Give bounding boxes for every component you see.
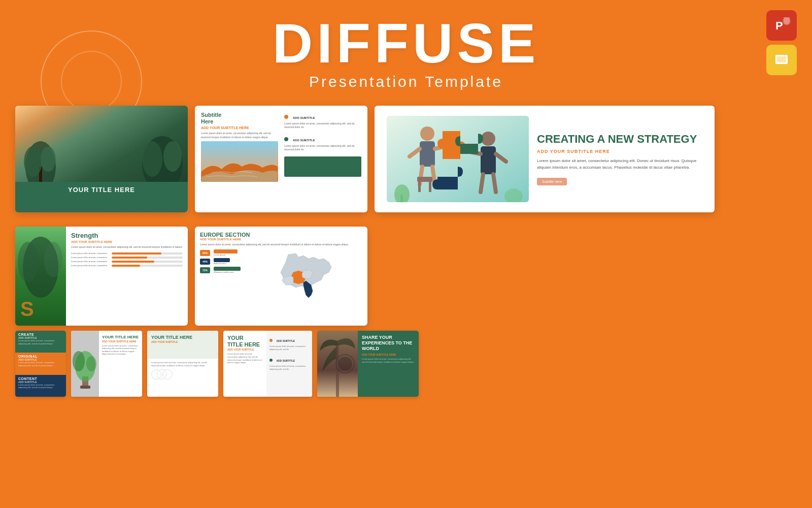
svg-point-11 xyxy=(142,141,162,177)
slide-plant-subtitle: ADD YOUR SUBTITLE HERE xyxy=(102,340,139,343)
stat-bar-1 xyxy=(214,249,238,253)
slide-share-body: Lorem ipsum dolor sit amet, consectetur … xyxy=(362,358,415,364)
slide-2-body-1: Lorem ipsum dolor sit amet, consectetur … xyxy=(284,122,361,129)
dot-orange-1 xyxy=(284,115,288,119)
slide-3[interactable]: CREATING A NEW STRATEGY ADD YOUR SUBTITL… xyxy=(375,106,715,212)
bar-item-4: Lorem ipsum dolor sit amet, consectetur xyxy=(71,264,183,267)
page-subtitle: Presentation Template xyxy=(0,73,812,90)
slide-3-button[interactable]: Subtitle here xyxy=(537,178,567,185)
slide-3-title: CREATING A NEW STRATEGY xyxy=(537,133,702,146)
slide-3-text-content: CREATING A NEW STRATEGY ADD YOUR SUBTITL… xyxy=(537,133,702,186)
slide-4-add-subtitle: ADD YOUR SUBTITLE HERE xyxy=(71,240,183,243)
slide-3-body: Lorem ipsum dolor sit amet, consectetur … xyxy=(537,158,702,171)
svg-point-35 xyxy=(18,242,38,282)
page-title: DIFFUSE xyxy=(0,15,812,71)
coc-create-body: Lorem ipsum dolor sit amet, consectetur … xyxy=(18,339,63,345)
slide-4-letter: S xyxy=(20,298,34,321)
slide-coc-original: ORIGINAL ADD SUBTITLE Lorem ipsum dolor … xyxy=(15,353,66,374)
bar-track-4 xyxy=(112,265,183,267)
bar-track-3 xyxy=(112,261,183,263)
svg-point-36 xyxy=(44,242,62,277)
r-body-2: Lorem ipsum dolor sit amet, consectetur … xyxy=(269,365,309,370)
stat-box-2: 44% xyxy=(200,259,210,265)
slide-2-body-2: Lorem ipsum dolor sit amet, consectetur … xyxy=(284,144,361,151)
slide-yourtitle2-title: YOUR TITLE HERE xyxy=(151,335,214,340)
slide-5-title: EUROPE SECTION xyxy=(200,232,362,238)
coc-original-label: ORIGINAL xyxy=(18,355,63,358)
slide-yourtitle2-bottom: Lorem ipsum dolor sit amet, consectetur … xyxy=(147,359,218,382)
slide-3-puzzle-illustration xyxy=(387,116,529,202)
slide-2-right-item-1: ADD SUBTITLE Lorem ipsum dolor sit amet,… xyxy=(284,112,361,129)
bar-track-2 xyxy=(112,257,183,259)
page-header: DIFFUSE Presentation Template xyxy=(0,0,812,101)
slide-5-map-area: 64% Lorem ipsum 44% Android users 72% xyxy=(200,249,362,305)
slide-1[interactable]: YOUR TITLE HERE Lorem ipsum dolor sit am… xyxy=(15,106,188,212)
slide-plant-right: YOUR TITLE HERE ADD YOUR SUBTITLE HERE L… xyxy=(99,331,142,397)
r-title-2: ADD SUBTITLE xyxy=(276,359,295,362)
slide-1-title-bar: YOUR TITLE HERE xyxy=(15,182,188,197)
svg-line-26 xyxy=(493,174,496,192)
svg-point-8 xyxy=(24,146,42,177)
slide-4-title: Strength xyxy=(71,232,183,239)
slide-4-right: Strength ADD YOUR SUBTITLE HERE Lorem ip… xyxy=(66,227,188,326)
slide-2-add-subtitle-1: ADD SUBTITLE xyxy=(293,116,315,119)
slide-addsubtitle-right: ADD SUBTITLE Lorem ipsum dolor sit amet,… xyxy=(266,331,312,397)
slide-5[interactable]: EUROPE SECTION ADD YOUR SUBTITLE HERE Lo… xyxy=(195,227,367,326)
slide-1-body: Lorem ipsum dolor sit amet, consectetur … xyxy=(20,207,184,211)
svg-rect-39 xyxy=(80,386,90,389)
slide-4-image: S xyxy=(15,227,66,326)
slide-2[interactable]: SubtitleHere ADD YOUR SUBTITLE HERE Lore… xyxy=(195,106,367,212)
slide-yourtitle2[interactable]: YOUR TITLE HERE ADD YOUR SUBTITLE Lorem … xyxy=(147,331,218,397)
svg-line-25 xyxy=(481,174,483,192)
slide-addsubtitle-title: YOURTITLE HERE xyxy=(227,335,262,348)
coc-content-body: Lorem ipsum dolor sit amet, consectetur … xyxy=(18,384,63,389)
svg-point-15 xyxy=(420,126,434,141)
slide-share-subtitle: ADD YOUR SUBTITLE HERE xyxy=(362,353,415,356)
slide-5-stats: 64% Lorem ipsum 44% Android users 72% xyxy=(200,249,251,305)
slide-share[interactable]: SHARE YOUR EXPERIENCES TO THE WORLD ADD … xyxy=(317,331,419,397)
coc-create-label: CREATE xyxy=(18,333,63,336)
svg-rect-22 xyxy=(481,146,496,174)
slide-plant-bg xyxy=(71,331,99,397)
bar-item-2: Lorem ipsum dolor sit amet, consectetur xyxy=(71,256,183,259)
slide-3-subtitle: ADD YOUR SUBTITLE HERE xyxy=(537,149,702,154)
deco-circle-3 xyxy=(162,369,173,379)
slide-2-left: SubtitleHere ADD YOUR SUBTITLE HERE Lore… xyxy=(201,112,278,182)
stat-box-1: 64% xyxy=(200,250,210,256)
slide-2-right: ADD SUBTITLE Lorem ipsum dolor sit amet,… xyxy=(284,112,361,177)
bar-label-2: Lorem ipsum dolor sit amet, consectetur xyxy=(71,256,112,259)
slide-5-body: Lorem ipsum dolor sit amet, consectetur … xyxy=(200,243,362,246)
slide-2-subtitle-label: SubtitleHere xyxy=(201,112,278,125)
slide-5-add-subtitle: ADD YOUR SUBTITLE HERE xyxy=(200,238,362,241)
slide-4[interactable]: S Strength ADD YOUR SUBTITLE HERE Lorem … xyxy=(15,227,188,326)
slide-yourtitle2-subtitle: ADD YOUR SUBTITLE xyxy=(151,340,214,343)
r-title-1: ADD SUBTITLE xyxy=(276,339,295,342)
svg-point-41 xyxy=(73,351,85,371)
stat-row-1: 64% Lorem ipsum xyxy=(200,249,251,256)
slide-plant[interactable]: YOUR TITLE HERE ADD YOUR SUBTITLE HERE L… xyxy=(71,331,142,397)
r-dot-1 xyxy=(269,339,273,342)
slide-2-green-box xyxy=(284,156,361,177)
slide-2-desert-image xyxy=(201,141,278,182)
bar-label-1: Lorem ipsum dolor sit amet, consectetur xyxy=(71,252,112,255)
svg-rect-29 xyxy=(400,195,403,202)
r-dot-2 xyxy=(269,359,273,362)
slide-2-right-item-2: ADD SUBTITLE Lorem ipsum dolor sit amet,… xyxy=(284,134,361,151)
slide-2-add-subtitle-2: ADD SUBTITLE xyxy=(293,139,315,142)
slide-coc-create: CREATE ADD SUBTITLE Lorem ipsum dolor si… xyxy=(15,331,66,353)
slides-grid-row2: S Strength ADD YOUR SUBTITLE HERE Lorem … xyxy=(0,227,812,326)
svg-rect-30 xyxy=(417,177,432,182)
stat-bar-2 xyxy=(214,258,230,262)
slide-share-photo xyxy=(317,331,358,397)
stat-label-3: Windows mobile users xyxy=(214,271,251,273)
stat-label-1: Lorem ipsum xyxy=(214,253,251,256)
slide-coc[interactable]: CREATE ADD SUBTITLE Lorem ipsum dolor si… xyxy=(15,331,66,397)
stat-label-2: Android users xyxy=(214,262,251,265)
slide-addsubtitle[interactable]: YOURTITLE HERE ADD YOUR SUBTITLE Lorem i… xyxy=(223,331,312,397)
slide-share-text: SHARE YOUR EXPERIENCES TO THE WORLD ADD … xyxy=(358,331,419,397)
stat-row-3: 72% Windows mobile users xyxy=(200,267,251,273)
svg-rect-32 xyxy=(429,182,431,192)
slide-addsubtitle-subtitle: ADD YOUR SUBTITLE xyxy=(227,348,262,351)
slide-5-map xyxy=(255,249,362,305)
placeholder-col3-row2 xyxy=(375,227,715,326)
